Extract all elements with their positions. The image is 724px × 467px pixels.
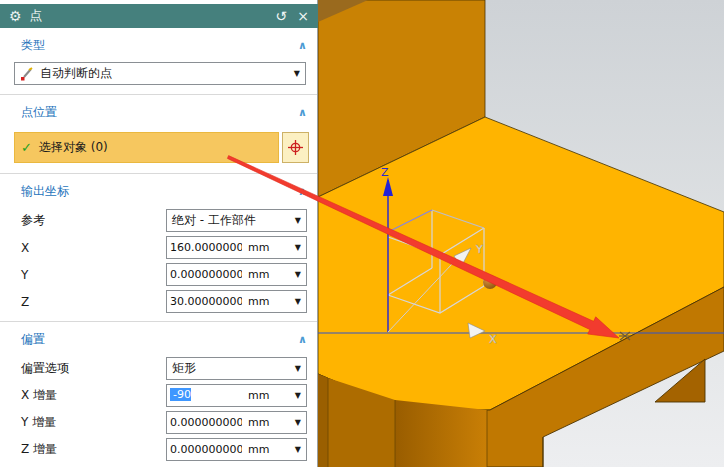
group-type-label: 类型 bbox=[21, 37, 45, 54]
coordinate-z-unit: mm bbox=[242, 295, 269, 308]
offset-x-unit: mm bbox=[242, 389, 269, 402]
dropdown-arrow-icon: ▼ bbox=[295, 216, 306, 225]
offset-x-field[interactable]: -90 mm ▼ bbox=[166, 384, 307, 407]
coordinate-z-field[interactable]: 30.000000000 mm ▼ bbox=[166, 290, 307, 313]
group-output-coordinates-label: 输出坐标 bbox=[21, 183, 69, 200]
group-point-location: 点位置 ∧ ✓ 选择对象 (0) bbox=[0, 95, 317, 174]
dialog-titlebar[interactable]: ⚙ 点 ↺ × bbox=[0, 4, 318, 28]
y-axis-label: Y bbox=[475, 243, 483, 256]
offset-option-value: 矩形 bbox=[167, 360, 196, 377]
point-sphere[interactable] bbox=[483, 275, 497, 289]
offset-z-unit: mm bbox=[242, 443, 269, 456]
dialog-menu-gear-icon[interactable]: ⚙ bbox=[9, 8, 22, 24]
dropdown-arrow-icon: ▼ bbox=[295, 243, 306, 252]
coordinate-y-unit: mm bbox=[242, 268, 269, 281]
reference-dropdown[interactable]: 绝对 - 工作部件 ▼ bbox=[166, 209, 307, 232]
group-offset-label: 偏置 bbox=[21, 331, 45, 348]
point-type-value: 自动判断的点 bbox=[40, 65, 112, 82]
group-output-coordinates: 输出坐标 ∧ 参考 绝对 - 工作部件 ▼ X 160.00000000 mm … bbox=[0, 174, 317, 322]
dropdown-arrow-icon: ▼ bbox=[295, 418, 306, 427]
reference-label: 参考 bbox=[21, 212, 166, 229]
dialog-title: 点 bbox=[30, 7, 44, 25]
offset-y-field[interactable]: 0.0000000000 mm ▼ bbox=[166, 411, 307, 434]
offset-z-field[interactable]: 0.0000000000 mm ▼ bbox=[166, 438, 307, 461]
offset-x-row: X 增量 -90 mm ▼ bbox=[21, 384, 307, 407]
group-type: 类型 ∧ 自动判断的点 ▼ bbox=[0, 28, 317, 95]
checkmark-icon: ✓ bbox=[21, 140, 32, 155]
select-object-bar[interactable]: ✓ 选择对象 (0) bbox=[14, 132, 279, 163]
coordinate-x-unit: mm bbox=[242, 241, 269, 254]
offset-y-row: Y 增量 0.0000000000 mm ▼ bbox=[21, 411, 307, 434]
dropdown-arrow-icon: ▼ bbox=[295, 270, 306, 279]
dropdown-arrow-icon: ▼ bbox=[295, 297, 306, 306]
reference-value: 绝对 - 工作部件 bbox=[167, 212, 256, 229]
offset-x-label: X 增量 bbox=[21, 387, 166, 404]
coordinate-y-value: 0.0000000000 bbox=[167, 268, 242, 281]
coordinate-x-field[interactable]: 160.00000000 mm ▼ bbox=[166, 236, 307, 259]
collapse-chevron-icon[interactable]: ∧ bbox=[298, 39, 307, 52]
inferred-point-icon bbox=[20, 67, 34, 81]
offset-option-label: 偏置选项 bbox=[21, 360, 166, 377]
coordinate-y-label: Y bbox=[21, 268, 166, 282]
point-dialog-button[interactable] bbox=[282, 132, 309, 163]
offset-z-label: Z 增量 bbox=[21, 441, 166, 458]
dropdown-arrow-icon: ▼ bbox=[295, 364, 306, 373]
x-axis-label: X bbox=[489, 333, 497, 346]
dropdown-arrow-icon: ▼ bbox=[295, 391, 306, 400]
coordinate-x-value: 160.00000000 bbox=[167, 241, 242, 254]
point-dialog: ⚙ 点 ↺ × 类型 ∧ 自动判断的点 bbox=[0, 0, 318, 467]
dropdown-arrow-icon: ▼ bbox=[294, 69, 305, 78]
offset-z-row: Z 增量 0.0000000000 mm ▼ bbox=[21, 438, 307, 461]
offset-option-row: 偏置选项 矩形 ▼ bbox=[21, 357, 307, 380]
dialog-content: 类型 ∧ 自动判断的点 ▼ 点位置 ∧ bbox=[0, 28, 317, 467]
offset-z-value: 0.0000000000 bbox=[167, 443, 242, 456]
offset-y-unit: mm bbox=[242, 416, 269, 429]
dropdown-arrow-icon: ▼ bbox=[295, 445, 306, 454]
model-corner-face bbox=[395, 400, 487, 467]
coordinate-z-label: Z bbox=[21, 295, 166, 309]
select-object-label: 选择对象 (0) bbox=[39, 139, 108, 156]
collapse-chevron-icon[interactable]: ∧ bbox=[298, 333, 307, 346]
reference-row: 参考 绝对 - 工作部件 ▼ bbox=[21, 209, 307, 232]
graphics-viewport[interactable]: Z Y X bbox=[318, 0, 724, 467]
close-icon[interactable]: × bbox=[294, 8, 312, 24]
z-axis-label: Z bbox=[381, 166, 389, 179]
collapse-chevron-icon[interactable]: ∧ bbox=[298, 185, 307, 198]
coordinate-x-label: X bbox=[21, 241, 166, 255]
group-point-location-label: 点位置 bbox=[21, 104, 57, 121]
offset-y-label: Y 增量 bbox=[21, 414, 166, 431]
coordinate-x-row: X 160.00000000 mm ▼ bbox=[21, 236, 307, 259]
nx-application: Z Y X ⚙ 点 bbox=[0, 0, 724, 467]
coordinate-z-row: Z 30.000000000 mm ▼ bbox=[21, 290, 307, 313]
collapse-chevron-icon[interactable]: ∧ bbox=[298, 106, 307, 119]
model-left-face-dark bbox=[318, 374, 328, 467]
offset-x-value: -90 bbox=[170, 388, 191, 401]
offset-option-dropdown[interactable]: 矩形 ▼ bbox=[166, 357, 307, 380]
model-scene: Z Y X bbox=[318, 0, 724, 467]
offset-y-value: 0.0000000000 bbox=[167, 416, 242, 429]
point-type-dropdown[interactable]: 自动判断的点 ▼ bbox=[14, 62, 306, 85]
point-crosshair-icon bbox=[287, 139, 304, 156]
group-offset: 偏置 ∧ 偏置选项 矩形 ▼ X 增量 -90 mm ▼ bbox=[0, 322, 317, 467]
coordinate-y-field[interactable]: 0.0000000000 mm ▼ bbox=[166, 263, 307, 286]
coordinate-y-row: Y 0.0000000000 mm ▼ bbox=[21, 263, 307, 286]
coordinate-z-value: 30.000000000 bbox=[167, 295, 242, 308]
reset-icon[interactable]: ↺ bbox=[272, 8, 290, 24]
